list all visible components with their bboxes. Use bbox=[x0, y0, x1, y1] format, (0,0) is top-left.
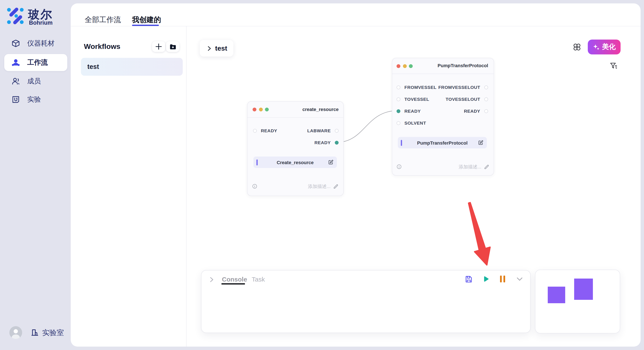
sparkles-icon bbox=[593, 44, 600, 50]
beautify-label: 美化 bbox=[602, 42, 616, 51]
edit-icon[interactable] bbox=[478, 140, 484, 146]
port-circle[interactable] bbox=[396, 97, 400, 101]
pill-accent-bar bbox=[256, 159, 258, 165]
info-icon[interactable] bbox=[396, 164, 402, 169]
port-output-labware[interactable]: LABWARE bbox=[307, 128, 338, 133]
traffic-dot-green bbox=[409, 64, 413, 68]
edit-icon[interactable] bbox=[328, 160, 334, 165]
port-input-tovessel[interactable]: TOVESSEL bbox=[396, 97, 429, 102]
minimap[interactable] bbox=[535, 270, 620, 334]
collapse-chevron-right-icon[interactable] bbox=[206, 275, 216, 284]
port-output-fromvesselout[interactable]: FROMVESSELOUT bbox=[438, 85, 488, 90]
port-circle[interactable] bbox=[484, 97, 488, 101]
node-footer: 添加描述... bbox=[248, 182, 343, 190]
minimap-node-pump-transfer bbox=[574, 279, 593, 300]
port-circle[interactable] bbox=[484, 109, 488, 113]
traffic-dot-green bbox=[265, 108, 269, 111]
pause-button[interactable] bbox=[498, 274, 507, 284]
minimap-node-create-resource bbox=[548, 287, 565, 303]
traffic-dot-red bbox=[252, 108, 256, 111]
traffic-dot-yellow bbox=[403, 64, 406, 68]
port-circle-connected[interactable] bbox=[396, 109, 400, 113]
collapse-chevron-down-icon[interactable] bbox=[515, 274, 524, 284]
node-title: create_resource bbox=[302, 107, 338, 112]
filter-button[interactable] bbox=[609, 61, 618, 70]
info-icon[interactable] bbox=[252, 184, 257, 189]
description-placeholder[interactable]: 添加描述... bbox=[308, 183, 330, 189]
save-icon bbox=[464, 275, 472, 283]
pencil-icon[interactable] bbox=[484, 164, 490, 170]
task-tab[interactable]: Task bbox=[252, 276, 265, 283]
chevron-right-icon bbox=[206, 46, 212, 51]
annotation-arrow bbox=[468, 203, 490, 265]
pill-accent-bar bbox=[401, 140, 402, 146]
traffic-dot-red bbox=[396, 64, 400, 68]
breadcrumb[interactable]: test bbox=[200, 40, 234, 57]
apps-button[interactable] bbox=[572, 42, 582, 51]
pill-label: PumpTransferProtocol bbox=[398, 140, 487, 145]
node-pump-transfer-protocol[interactable]: PumpTransferProtocol FROMVESSEL FROMVESS… bbox=[392, 58, 494, 176]
pencil-icon[interactable] bbox=[333, 183, 338, 189]
traffic-dot-yellow bbox=[259, 108, 262, 111]
console-tab-underline bbox=[222, 283, 245, 284]
port-output-ready[interactable]: READY bbox=[464, 108, 488, 114]
apps-clover-icon bbox=[572, 42, 581, 51]
play-icon bbox=[482, 275, 490, 283]
filter-icon bbox=[609, 61, 618, 70]
port-circle[interactable] bbox=[253, 129, 257, 133]
port-input-ready[interactable]: READY bbox=[253, 128, 277, 133]
port-output-tovesselout[interactable]: TOVESSELOUT bbox=[446, 97, 488, 102]
port-circle[interactable] bbox=[484, 85, 488, 89]
port-output-ready[interactable]: READY bbox=[314, 140, 338, 145]
port-input-ready[interactable]: READY bbox=[396, 108, 421, 114]
port-input-solvent[interactable]: SOLVENT bbox=[396, 120, 426, 126]
save-button[interactable] bbox=[464, 274, 473, 284]
port-circle-connected[interactable] bbox=[335, 141, 338, 144]
description-placeholder[interactable]: 添加描述... bbox=[459, 164, 481, 170]
pill-label: Create_resource bbox=[254, 160, 337, 165]
breadcrumb-label: test bbox=[215, 44, 227, 52]
port-circle[interactable] bbox=[335, 129, 338, 133]
node-action-pill[interactable]: PumpTransferProtocol bbox=[398, 137, 487, 149]
console-tab[interactable]: Console bbox=[222, 276, 247, 283]
node-action-pill[interactable]: Create_resource bbox=[254, 157, 337, 168]
port-circle[interactable] bbox=[396, 85, 400, 89]
port-circle[interactable] bbox=[396, 121, 400, 125]
node-title: PumpTransferProtocol bbox=[438, 63, 488, 68]
run-button[interactable] bbox=[481, 274, 490, 284]
node-create-resource[interactable]: create_resource READY LABWARE READY Crea… bbox=[247, 101, 344, 196]
pause-icon bbox=[500, 275, 506, 283]
console-panel: Console Task bbox=[201, 270, 531, 333]
port-input-fromvessel[interactable]: FROMVESSEL bbox=[396, 85, 436, 90]
beautify-button[interactable]: 美化 bbox=[588, 39, 620, 54]
edge-ready-to-ready bbox=[336, 111, 398, 143]
node-footer: 添加描述... bbox=[392, 163, 494, 171]
